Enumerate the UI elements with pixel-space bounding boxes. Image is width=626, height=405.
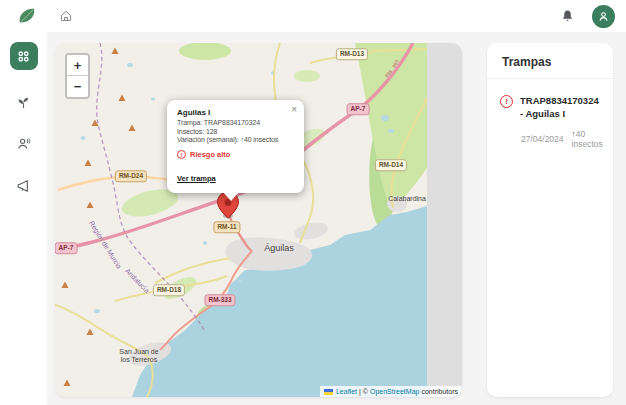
dashboard-grid-icon — [16, 49, 31, 64]
map-container[interactable]: RM-D13AP-7RM-D14RM-D24RM-11AP-7RM-D18RM-… — [55, 43, 462, 397]
sidebar-item-announcements[interactable] — [14, 176, 34, 196]
attribution-separator: | — [359, 388, 361, 395]
map-popup: × Aguilas I Trampa: TRAP8834170324 Insec… — [167, 100, 304, 193]
popup-risk-label: Riesgo alto — [190, 150, 230, 159]
trap-list-item[interactable]: ! TRAP8834170324 - Aguilas I 27/04/2024 … — [487, 79, 613, 166]
trap-item-variation: ↑40 insectos — [572, 129, 603, 150]
megaphone-icon — [16, 178, 32, 194]
notifications-bell-icon[interactable] — [561, 9, 574, 23]
attribution-contributors: contributors — [421, 388, 458, 395]
osm-link[interactable]: OpenStreetMap — [370, 388, 419, 395]
sidebar — [0, 32, 47, 405]
trap-variation-unit: insectos — [572, 139, 603, 149]
attribution-copyright: © — [363, 388, 368, 395]
person-signal-icon — [16, 136, 32, 152]
sidebar-item-dashboard[interactable] — [10, 42, 38, 70]
popup-risk-row: ! Riesgo alto — [177, 150, 294, 159]
trap-item-date: 27/04/2024 — [521, 134, 564, 144]
map-zoom-control: + − — [65, 53, 90, 99]
ver-trampa-link[interactable]: Ver trampa — [177, 174, 216, 183]
sidebar-item-pests[interactable] — [14, 134, 34, 154]
home-icon[interactable] — [60, 10, 72, 22]
ukraine-flag-icon — [324, 389, 333, 395]
app-logo-leaf-icon — [16, 5, 38, 27]
trap-variation-value: 40 — [576, 129, 585, 139]
popup-title: Aguilas I — [177, 108, 294, 117]
traps-panel-title: Trampas — [487, 43, 613, 79]
trap-alert-icon: ! — [500, 95, 513, 108]
risk-alert-icon: ! — [177, 150, 186, 159]
sidebar-item-plants[interactable] — [14, 92, 34, 112]
user-avatar[interactable] — [592, 5, 615, 28]
popup-trap-line: Trampa: TRAP8834170324 — [177, 119, 294, 126]
traps-panel: Trampas ! TRAP8834170324 - Aguilas I 27/… — [487, 43, 613, 397]
map-attribution: Leaflet | © OpenStreetMap contributors — [320, 386, 462, 397]
trap-item-title: TRAP8834170324 - Aguilas I — [520, 95, 600, 121]
leaflet-link[interactable]: Leaflet — [336, 388, 357, 395]
zoom-in-button[interactable]: + — [67, 55, 88, 76]
popup-close-icon[interactable]: × — [291, 104, 297, 115]
map-tiles — [55, 43, 462, 397]
plant-icon — [16, 95, 31, 110]
popup-variation-line: Variación (semanal): ↑40 insectos — [177, 136, 294, 143]
popup-insects-line: Insectos: 128 — [177, 128, 294, 135]
topbar — [0, 0, 626, 32]
zoom-out-button[interactable]: − — [67, 76, 88, 97]
